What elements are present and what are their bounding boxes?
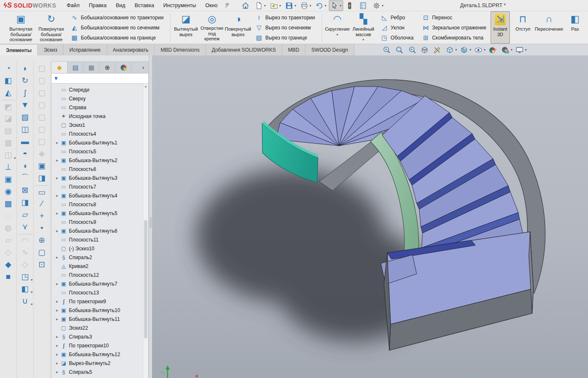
select-cursor-icon[interactable]: ▾ — [329, 0, 343, 11]
tree-item[interactable]: Плоскость6 — [54, 165, 148, 173]
extruded-cut-button[interactable]: ◪ Вытянутый вырез — [173, 11, 199, 44]
dropdown-caret-icon[interactable]: ▾ — [310, 4, 311, 8]
untrim-icon[interactable]: ▱ — [18, 208, 32, 220]
panel-splitter[interactable] — [149, 55, 152, 378]
knit-body-icon[interactable]: ■ — [1, 270, 16, 283]
menu-item[interactable]: Правка — [84, 0, 111, 10]
expand-arrow-icon[interactable]: ▸ — [54, 228, 60, 233]
menu-item[interactable]: Инструменты — [159, 0, 201, 10]
expand-arrow-icon[interactable]: ▸ — [54, 317, 60, 321]
expand-arrow-icon[interactable]: ▸ — [54, 370, 60, 374]
view-orientation-icon[interactable]: ▾ — [444, 45, 458, 55]
menu-item[interactable]: Вставка — [130, 0, 158, 10]
dropdown-caret-icon[interactable]: ▾ — [279, 4, 281, 8]
body-tool-icon[interactable]: ▢ — [35, 74, 49, 87]
tree-item[interactable]: Плоскость11 — [54, 235, 148, 244]
move-button[interactable]: ⊡ Перенос — [420, 13, 489, 22]
expand-arrow-icon[interactable]: ▸ — [54, 308, 60, 312]
dropdown-caret-icon[interactable]: ▾ — [362, 38, 364, 42]
trim-surface-icon[interactable]: ◠ — [18, 234, 32, 246]
body-tool-icon[interactable]: ◈ — [35, 147, 49, 160]
tree-item[interactable]: Исходная точка — [54, 112, 148, 121]
home-icon[interactable] — [240, 0, 252, 11]
view-settings-icon[interactable]: ▾ — [514, 45, 528, 55]
commandmanager-tab[interactable]: MBD Dimensions — [155, 44, 206, 55]
dimxpert-tab[interactable]: ⊕ — [100, 62, 116, 73]
undo-icon[interactable]: ▾ — [314, 0, 328, 11]
ruled-surface-icon[interactable]: ∪▾ — [18, 295, 32, 307]
offset-button[interactable]: ⊓ Отступ — [510, 11, 536, 44]
combine-bodies-button[interactable]: ⊞ Скомбинировать тела — [420, 33, 489, 42]
section-view-icon[interactable] — [419, 45, 431, 55]
flex-icon[interactable]: ◍ — [1, 222, 16, 234]
edit-appearance-icon[interactable] — [487, 45, 499, 55]
coordinate-system-icon[interactable]: + — [35, 210, 49, 222]
hole-wizard-button[interactable]: ◎ Отверстие под крепеж ▾ — [199, 11, 225, 44]
configurationmanager-tab[interactable]: ▦ — [84, 62, 100, 73]
previous-view-icon[interactable] — [407, 45, 419, 55]
tree-item[interactable]: Сверху — [54, 94, 148, 103]
rib-button[interactable]: ◺ Ребро — [378, 13, 416, 22]
boundary-surface-icon[interactable]: ▧ — [18, 111, 32, 123]
offset-body-icon[interactable]: ◧▾ — [18, 283, 32, 295]
thicken-icon[interactable]: ◆ — [1, 258, 16, 270]
scrollbar-thumb[interactable] — [144, 220, 147, 339]
graphics-viewport[interactable] — [152, 55, 588, 378]
zoom-to-fit-icon[interactable] — [381, 45, 394, 55]
propertymanager-tab[interactable]: ▤ — [68, 62, 84, 73]
expand-arrow-icon[interactable]: ▸ — [54, 343, 60, 348]
swept-surface-icon[interactable]: ʃ — [18, 87, 32, 99]
tree-item[interactable]: Плоскость7 — [54, 182, 148, 191]
body-tool-icon[interactable]: ▢ — [35, 135, 49, 147]
delete-face-icon[interactable]: ⊠ — [18, 184, 32, 196]
snap-hook-icon[interactable]: ▣ — [1, 173, 16, 185]
offset-surface-icon[interactable]: ◫ — [18, 123, 32, 135]
extruded-boss-base-button[interactable]: ▣ Вытянутая бобышка/основание — [6, 11, 36, 44]
feature-works-icon[interactable]: ▣ — [35, 160, 49, 172]
dropdown-caret-icon[interactable]: ▾ — [470, 48, 471, 52]
planar-patch-icon[interactable]: ▬ — [18, 135, 32, 147]
featuremanager-tab[interactable]: ◆ — [52, 62, 68, 73]
planar-surface-icon[interactable]: ◧ — [1, 74, 16, 87]
menu-pin-icon[interactable] — [224, 2, 231, 10]
dropdown-caret-icon[interactable]: ▾ — [336, 33, 338, 37]
expand-arrow-icon[interactable]: ▸ — [54, 140, 60, 145]
sketch-box-icon[interactable]: ▢ — [35, 246, 49, 258]
apply-scene-icon[interactable]: ▾ — [500, 45, 514, 55]
vent-icon[interactable]: ◉ — [1, 185, 16, 197]
body-tool-icon[interactable]: ▢ — [35, 62, 49, 74]
displaymanager-tab[interactable] — [116, 62, 131, 73]
expand-arrow-icon[interactable]: ▸ — [54, 361, 60, 365]
tree-item[interactable]: ▸ Бобышка-Вытянуть3 — [54, 173, 148, 182]
surface-trim-icon[interactable]: ◩ — [1, 100, 16, 112]
open-icon[interactable]: ▾ — [268, 0, 283, 11]
lip-groove-icon[interactable]: ▩ — [1, 197, 16, 210]
body-tool-icon[interactable]: ▢ — [35, 123, 49, 135]
tree-item[interactable]: Плоскость5 — [54, 147, 148, 156]
reference-axis-icon[interactable]: ∕ — [35, 197, 49, 210]
tree-item[interactable]: (-) Эскиз10 — [54, 244, 148, 253]
lofted-surface-icon[interactable]: ▼ — [18, 99, 32, 111]
tree-item[interactable]: ▸ По траектории10 — [54, 341, 148, 350]
tree-filter-input[interactable] — [60, 76, 147, 81]
tree-item[interactable]: Кривая2 — [54, 262, 148, 270]
commandmanager-tab[interactable]: MBD — [282, 44, 306, 55]
swept-cut-button[interactable]: ≀ Вырез по траектории — [253, 13, 318, 22]
tree-item[interactable]: Плоскость13 — [54, 288, 148, 297]
tree-item[interactable]: Плоскость9 — [54, 218, 148, 226]
tree-scrollbar[interactable]: ▲ — [143, 84, 148, 378]
swept-boss-base-button[interactable]: ∿ Бобышка/основание по траектории — [68, 13, 166, 22]
knit-icon[interactable]: ⋎ — [18, 220, 32, 233]
body-tool-icon[interactable]: ▢ — [35, 111, 49, 123]
dropdown-caret-icon[interactable]: ▾ — [455, 48, 457, 52]
panel-expand-chevron[interactable]: › — [138, 62, 148, 73]
dropdown-caret-icon[interactable]: ▾ — [511, 48, 512, 52]
bend-icon[interactable]: ⌒ — [18, 172, 32, 184]
tree-item[interactable]: Эскиз22 — [54, 323, 148, 332]
display-style-icon[interactable]: ▾ — [459, 45, 472, 55]
body-tool-icon[interactable]: ▢ — [35, 99, 49, 111]
dropdown-caret-icon[interactable]: ▾ — [382, 4, 383, 8]
lofted-boss-base-button[interactable]: ◭ Бобышка/основание по сечениям — [68, 23, 166, 32]
intersect-button[interactable]: ∩ Пересечение — [536, 11, 562, 44]
commandmanager-tab[interactable]: Элементы — [0, 44, 38, 55]
